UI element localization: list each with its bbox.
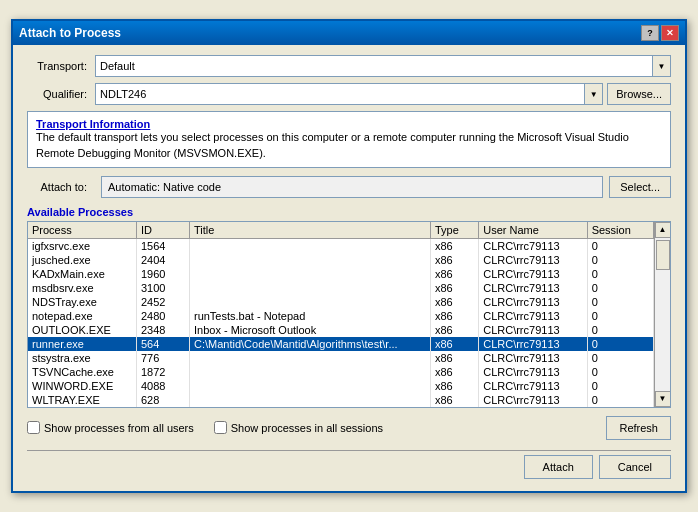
transport-dropdown-arrow[interactable]: ▼ [652, 56, 670, 76]
qualifier-value: NDLT246 [96, 86, 584, 102]
refresh-button[interactable]: Refresh [606, 416, 671, 440]
cell-title [189, 253, 430, 267]
cell-type: x86 [431, 295, 479, 309]
table-row[interactable]: msdbsrv.exe3100x86CLRC\rrc791130 [28, 281, 654, 295]
cell-session: 0 [587, 267, 653, 281]
show-all-sessions-wrap: Show processes in all sessions [214, 421, 383, 434]
qualifier-combo[interactable]: NDLT246 ▼ [95, 83, 603, 105]
cell-process: jusched.exe [28, 253, 136, 267]
col-header-session[interactable]: Session [587, 222, 653, 239]
dialog-body: Transport: Default ▼ Qualifier: NDLT246 … [13, 45, 685, 491]
table-row[interactable]: KADxMain.exe1960x86CLRC\rrc791130 [28, 267, 654, 281]
cell-type: x86 [431, 393, 479, 407]
transport-label: Transport: [27, 60, 95, 72]
process-table-container: Process ID Title Type User Name Session … [27, 221, 671, 408]
cell-session: 0 [587, 351, 653, 365]
col-header-id[interactable]: ID [136, 222, 189, 239]
qualifier-dropdown-arrow[interactable]: ▼ [584, 84, 602, 104]
cell-title [189, 379, 430, 393]
col-header-type[interactable]: Type [431, 222, 479, 239]
table-row[interactable]: WLTRAY.EXE628x86CLRC\rrc791130 [28, 393, 654, 407]
cell-id: 3100 [136, 281, 189, 295]
cell-id: 564 [136, 337, 189, 351]
transport-row: Transport: Default ▼ [27, 55, 671, 77]
col-header-process[interactable]: Process [28, 222, 136, 239]
cell-username: CLRC\rrc79113 [479, 323, 587, 337]
transport-combo[interactable]: Default ▼ [95, 55, 671, 77]
cell-process: OUTLOOK.EXE [28, 323, 136, 337]
available-processes-label: Available Processes [27, 206, 671, 218]
cell-id: 4088 [136, 379, 189, 393]
table-row[interactable]: NDSTray.exe2452x86CLRC\rrc791130 [28, 295, 654, 309]
cell-type: x86 [431, 379, 479, 393]
cancel-button[interactable]: Cancel [599, 455, 671, 479]
table-row[interactable]: WINWORD.EXE4088x86CLRC\rrc791130 [28, 379, 654, 393]
show-all-sessions-checkbox[interactable] [214, 421, 227, 434]
cell-process: KADxMain.exe [28, 267, 136, 281]
cell-username: CLRC\rrc79113 [479, 309, 587, 323]
dialog-title: Attach to Process [19, 26, 121, 40]
cell-type: x86 [431, 309, 479, 323]
cell-username: CLRC\rrc79113 [479, 281, 587, 295]
cell-title [189, 267, 430, 281]
table-row[interactable]: runner.exe564C:\Mantid\Code\Mantid\Algor… [28, 337, 654, 351]
table-row[interactable]: notepad.exe2480runTests.bat - Notepadx86… [28, 309, 654, 323]
cell-session: 0 [587, 238, 653, 253]
cell-session: 0 [587, 337, 653, 351]
cell-id: 2480 [136, 309, 189, 323]
cell-type: x86 [431, 365, 479, 379]
cell-session: 0 [587, 309, 653, 323]
cell-title [189, 238, 430, 253]
qualifier-label: Qualifier: [27, 88, 95, 100]
cell-id: 2452 [136, 295, 189, 309]
attach-to-row: Attach to: Select... [27, 176, 671, 198]
cell-session: 0 [587, 295, 653, 309]
cell-title [189, 365, 430, 379]
cell-session: 0 [587, 393, 653, 407]
transport-info-section: Transport Information The default transp… [27, 111, 671, 168]
attach-to-input[interactable] [101, 176, 603, 198]
transport-input-wrap: Default ▼ [95, 55, 671, 77]
col-header-username[interactable]: User Name [479, 222, 587, 239]
cell-process: WLTRAY.EXE [28, 393, 136, 407]
cell-username: CLRC\rrc79113 [479, 267, 587, 281]
cell-process: msdbsrv.exe [28, 281, 136, 295]
title-bar-left: Attach to Process [19, 26, 121, 40]
cell-session: 0 [587, 281, 653, 295]
attach-to-label: Attach to: [27, 181, 95, 193]
scroll-thumb[interactable] [656, 240, 670, 270]
table-row[interactable]: OUTLOOK.EXE2348Inbox - Microsoft Outlook… [28, 323, 654, 337]
scroll-down-arrow[interactable]: ▼ [655, 391, 671, 407]
close-button[interactable]: ✕ [661, 25, 679, 41]
cell-id: 628 [136, 393, 189, 407]
cell-title [189, 351, 430, 365]
cell-id: 1872 [136, 365, 189, 379]
show-all-users-checkbox[interactable] [27, 421, 40, 434]
table-row[interactable]: igfxsrvc.exe1564x86CLRC\rrc791130 [28, 238, 654, 253]
cell-title: Inbox - Microsoft Outlook [189, 323, 430, 337]
table-row[interactable]: jusched.exe2404x86CLRC\rrc791130 [28, 253, 654, 267]
attach-to-process-dialog: Attach to Process ? ✕ Transport: Default… [11, 19, 687, 493]
cell-id: 2404 [136, 253, 189, 267]
bottom-options: Show processes from all users Show proce… [27, 416, 671, 440]
cell-session: 0 [587, 323, 653, 337]
dialog-footer: Attach Cancel [27, 450, 671, 481]
table-row[interactable]: stsystra.exe776x86CLRC\rrc791130 [28, 351, 654, 365]
cell-username: CLRC\rrc79113 [479, 337, 587, 351]
help-button[interactable]: ? [641, 25, 659, 41]
table-scroll-wrap: Process ID Title Type User Name Session … [28, 222, 670, 407]
col-header-title[interactable]: Title [189, 222, 430, 239]
cell-username: CLRC\rrc79113 [479, 295, 587, 309]
select-button[interactable]: Select... [609, 176, 671, 198]
cell-process: stsystra.exe [28, 351, 136, 365]
cell-username: CLRC\rrc79113 [479, 365, 587, 379]
scroll-up-arrow[interactable]: ▲ [655, 222, 671, 238]
table-row[interactable]: TSVNCache.exe1872x86CLRC\rrc791130 [28, 365, 654, 379]
cell-session: 0 [587, 253, 653, 267]
attach-button[interactable]: Attach [524, 455, 593, 479]
show-all-users-wrap: Show processes from all users [27, 421, 194, 434]
browse-button[interactable]: Browse... [607, 83, 671, 105]
transport-info-link[interactable]: Transport Information [36, 118, 150, 130]
vertical-scrollbar[interactable]: ▲ ▼ [654, 222, 670, 407]
cell-type: x86 [431, 267, 479, 281]
